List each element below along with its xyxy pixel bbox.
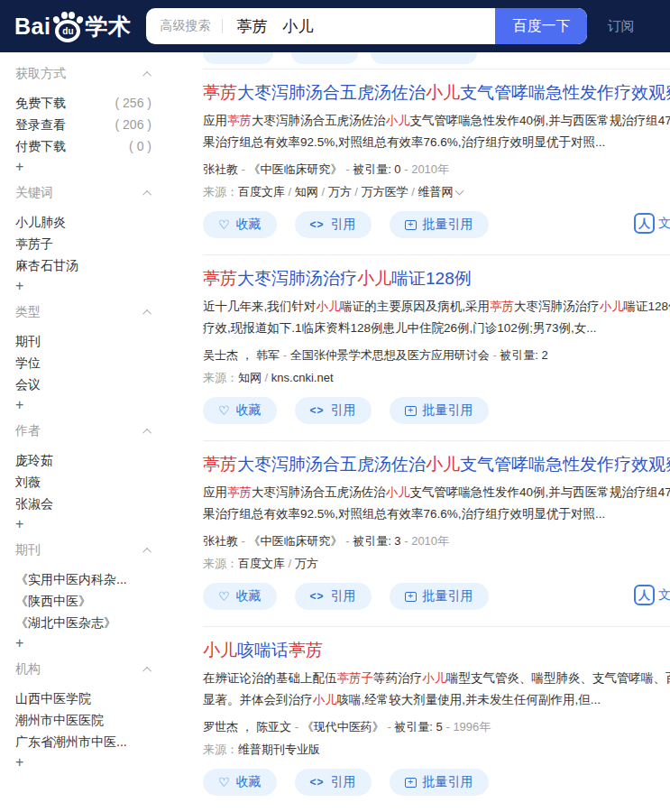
source-list[interactable]: 知网 / kns.cnki.net — [238, 371, 334, 384]
folder-plus-icon: + — [405, 592, 417, 602]
chevron-down-icon[interactable] — [455, 187, 464, 196]
result-actions: ♡收藏 <>引用 +批量引用 — [203, 769, 670, 796]
result-source-row: 来源：维普期刊专业版 — [203, 742, 670, 758]
result-title-link[interactable]: 葶苈大枣泻肺汤合五虎汤佐治小儿支气管哮喘急性发作疗效观察 — [203, 452, 670, 476]
sidebar-item-keyword[interactable]: 葶苈子 — [15, 233, 151, 254]
favorite-button[interactable]: ♡收藏 — [203, 769, 277, 796]
result-abstract-line2: 果治疗组总有效率92.5%,对照组总有效率76.6%,治疗组疗效明显优于对照..… — [203, 132, 670, 153]
sidebar-item-free-download[interactable]: 免费下载 ( 256 ) — [15, 92, 151, 114]
sidebar-item-institution[interactable]: 广东省潮州市中医... — [15, 731, 151, 752]
sidebar-item-author[interactable]: 庞玲茹 — [15, 449, 151, 471]
result-title-link[interactable]: 葶苈大枣泻肺汤合五虎汤佐治小儿支气管哮喘急性发作疗效观察 — [203, 80, 670, 105]
sidebar-section-header-type[interactable]: 类型 — [15, 303, 151, 321]
sidebar-item-paid-download[interactable]: 付费下载 ( 0 ) — [15, 135, 151, 157]
result-abstract-line2: 果治疗组总有效率92.5%,对照组总有效率76.6%,治疗组疗效明显优于对照..… — [203, 503, 670, 525]
sidebar-item-type[interactable]: 会议 — [15, 374, 151, 395]
logo-text-xueshu: 学术 — [85, 12, 131, 42]
sidebar-section-header-author[interactable]: 作者 — [15, 422, 151, 440]
result-meta: 张社教 - 《中医临床研究》 - 被引量: 3 - 2010年 — [203, 533, 670, 549]
baidu-paw-icon: du — [51, 10, 84, 42]
sidebar-item-institution[interactable]: 潮州市中医医院 — [15, 709, 151, 731]
favorite-button[interactable]: ♡收藏 — [203, 397, 277, 424]
result-actions: ♡收藏 <>引用 +批量引用 人文 — [203, 583, 670, 610]
favorite-button[interactable]: ♡收藏 — [203, 211, 277, 238]
sidebar-item-institution[interactable]: 山西中医学院 — [15, 687, 151, 709]
result-abstract-line1: 应用葶苈大枣泻肺汤合五虎汤佐治小儿支气管哮喘急性发作40例,并与西医常规治疗组4… — [203, 482, 670, 503]
filter-sidebar: 获取方式 免费下载 ( 256 ) 登录查看 ( 206 ) 付费下载 ( 0 … — [0, 52, 194, 780]
baidu-scholar-logo[interactable]: Bai du 学术 — [14, 10, 131, 42]
sidebar-section-title: 获取方式 — [15, 66, 66, 82]
result-abstract-line1: 近十几年来,我们针对小儿喘证的主要原因及病机,采用葶苈大枣泻肺汤治疗小儿喘证12… — [203, 296, 670, 318]
sidebar-item-journal[interactable]: 《实用中医内科杂... — [15, 568, 151, 590]
baidu-scholar-results-page: Bai du 学术 高级搜索 葶苈 小儿 百度一下 订阅 获取方式 免费下载 (… — [0, 0, 670, 812]
sidebar-item-type[interactable]: 期刊 — [15, 330, 151, 352]
logo-text-du: du — [62, 26, 73, 36]
advanced-search-link[interactable]: 高级搜索 — [146, 18, 222, 34]
search-button[interactable]: 百度一下 — [495, 8, 587, 44]
results-list: 葶苈大枣泻肺汤合五虎汤佐治小儿支气管哮喘急性发作疗效观察 应用葶苈大枣泻肺汤合五… — [203, 52, 670, 812]
cite-button[interactable]: <>引用 — [295, 397, 372, 424]
sidebar-item-type[interactable]: 学位 — [15, 352, 151, 374]
source-list[interactable]: 百度文库 / 知网 / 万方 / 万方医学 / 维普网 — [238, 185, 453, 198]
result-actions: ♡收藏 <>引用 +批量引用 人文 — [203, 211, 670, 238]
result-meta: 张社教 - 《中医临床研究》 - 被引量: 0 - 2010年 — [203, 161, 670, 178]
heart-icon: ♡ — [218, 590, 230, 603]
heart-icon: ♡ — [218, 218, 230, 231]
chevron-up-icon — [142, 189, 151, 198]
result-source-row: 来源：百度文库 / 知网 / 万方 / 万方医学 / 维普网 — [203, 184, 670, 200]
batch-cite-button[interactable]: +批量引用 — [390, 583, 489, 610]
sidebar-section-title: 类型 — [15, 304, 41, 320]
result-meta: 罗世杰 ， 陈亚文 - 《现代中医药》 - 被引量: 5 - 1996年 — [203, 719, 670, 735]
sidebar-item-keyword[interactable]: 麻杏石甘汤 — [15, 254, 151, 276]
sidebar-section-title: 作者 — [15, 423, 41, 439]
folder-plus-icon: + — [405, 778, 417, 788]
chevron-up-icon — [142, 428, 151, 437]
cite-button[interactable]: <>引用 — [295, 211, 372, 238]
sidebar-section-header-keywords[interactable]: 关键词 — [15, 184, 151, 202]
subscribe-link[interactable]: 订阅 — [607, 18, 634, 35]
result-title-link[interactable]: 葶苈大枣泻肺汤治疗小儿喘证128例 — [203, 266, 670, 291]
batch-cite-button[interactable]: +批量引用 — [390, 211, 489, 238]
source-label: 来源： — [203, 185, 238, 198]
source-label: 来源： — [203, 557, 238, 570]
search-input[interactable]: 葶苈 小儿 — [223, 16, 495, 37]
sidebar-section-title: 期刊 — [15, 542, 41, 558]
sidebar-item-journal[interactable]: 《湖北中医杂志》 — [15, 612, 151, 633]
sidebar-item-login-view[interactable]: 登录查看 ( 206 ) — [15, 114, 151, 135]
sidebar-section-type: 类型 期刊 学位 会议 + — [15, 303, 194, 415]
sidebar-section-header-access[interactable]: 获取方式 — [15, 65, 151, 83]
sidebar-item-author[interactable]: 张淑会 — [15, 493, 151, 514]
sidebar-more-button[interactable]: + — [15, 395, 33, 415]
sidebar-more-button[interactable]: + — [15, 157, 33, 177]
sidebar-section-access: 获取方式 免费下载 ( 256 ) 登录查看 ( 206 ) 付费下载 ( 0 … — [15, 65, 194, 177]
sidebar-more-button[interactable]: + — [15, 633, 33, 653]
heart-icon: ♡ — [218, 404, 230, 417]
sidebar-more-button[interactable]: + — [15, 276, 33, 296]
cite-button[interactable]: <>引用 — [295, 769, 372, 796]
sidebar-item-journal[interactable]: 《陕西中医》 — [15, 590, 151, 612]
batch-cite-button[interactable]: +批量引用 — [390, 769, 489, 796]
sidebar-section-header-journal[interactable]: 期刊 — [15, 541, 151, 559]
result-source-row: 来源：百度文库 / 万方 — [203, 556, 670, 572]
result-title-link[interactable]: 小儿咳喘话葶苈 — [203, 638, 670, 662]
favorite-button[interactable]: ♡收藏 — [203, 583, 277, 610]
logo-text-bai: Bai — [14, 14, 50, 40]
source-list[interactable]: 百度文库 / 万方 — [238, 557, 318, 570]
chevron-up-icon — [142, 70, 151, 79]
item-count: ( 256 ) — [115, 92, 151, 114]
sidebar-more-button[interactable]: + — [15, 752, 33, 772]
sidebar-section-header-institution[interactable]: 机构 — [15, 660, 151, 678]
source-list[interactable]: 维普期刊专业版 — [238, 743, 320, 756]
result-actions: ♡收藏 <>引用 +批量引用 — [203, 397, 670, 424]
sidebar-item-keyword[interactable]: 小儿肺炎 — [15, 211, 151, 233]
batch-cite-button[interactable]: +批量引用 — [390, 397, 489, 424]
sidebar-item-author[interactable]: 刘薇 — [15, 471, 151, 493]
code-brackets-icon: <> — [310, 218, 325, 231]
pdf-download-link[interactable]: 人文 — [634, 585, 670, 605]
code-brackets-icon: <> — [310, 590, 325, 603]
source-label: 来源： — [203, 371, 238, 384]
pdf-download-link[interactable]: 人文 — [634, 213, 670, 234]
cite-button[interactable]: <>引用 — [295, 583, 372, 610]
pdf-icon: 人 — [634, 585, 655, 605]
sidebar-more-button[interactable]: + — [15, 514, 33, 534]
